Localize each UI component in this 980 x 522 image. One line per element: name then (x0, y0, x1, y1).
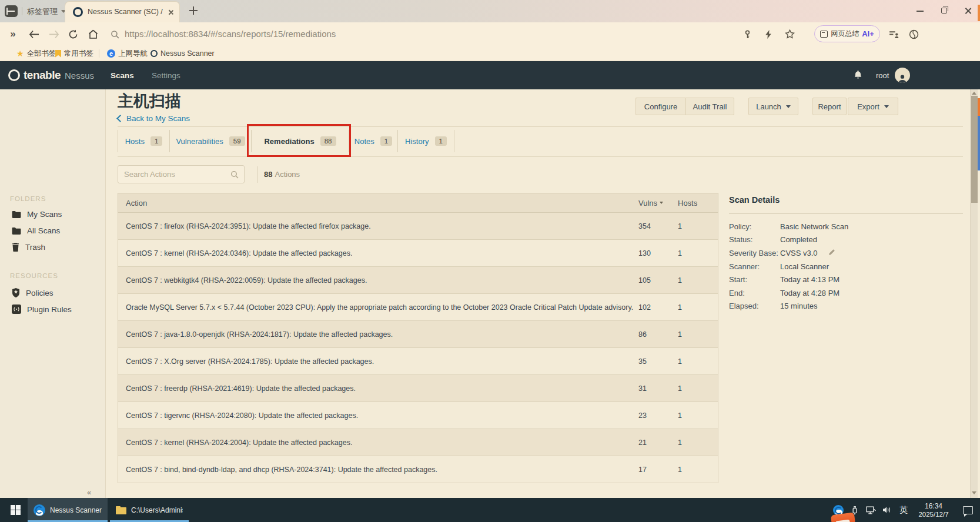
search-actions-box (118, 165, 245, 183)
detail-elapsed: Elapsed:15 minutes (729, 300, 848, 313)
taskbar-item-explorer[interactable]: C:\Users\Adminis... (110, 498, 189, 522)
window-minimize-button[interactable] (909, 0, 931, 22)
volume-icon[interactable] (879, 506, 895, 514)
count-badge: 59 (229, 136, 245, 146)
user-name[interactable]: root (876, 71, 889, 80)
brand-tenable: tenable (24, 69, 61, 82)
sidebar-item-policies[interactable]: Policies (0, 285, 106, 300)
nav-settings[interactable]: Settings (152, 61, 180, 89)
back-icon[interactable] (26, 22, 42, 46)
column-vulns[interactable]: Vulns (638, 199, 678, 208)
search-actions-input[interactable] (118, 166, 230, 183)
sidebar-collapse-icon[interactable]: « (87, 488, 91, 497)
shield-icon-label: Policies (26, 289, 53, 297)
home-icon[interactable] (85, 22, 101, 46)
brand-nessus: Nessus (65, 71, 94, 81)
detail-start: Start:Today at 4:13 PM (729, 273, 848, 286)
browser-tab-bar: 标签管理 Nessus Scanner (SC) / Folde (0, 0, 980, 22)
table-row: CentOS 7 : firefox (RHSA-2024:3951): Upd… (118, 213, 718, 240)
audit-trail-button[interactable]: Audit Trail (685, 98, 734, 115)
count-badge: 1 (380, 136, 392, 146)
reading-list-icon[interactable] (885, 22, 902, 46)
scroll-down-icon[interactable] (972, 491, 976, 494)
back-to-my-scans-link[interactable]: Back to My Scans (118, 114, 190, 123)
nessus-favicon (150, 50, 158, 57)
browser-nav-bar: » https://localhost:8834/#/scans/reports… (0, 22, 980, 46)
page-scrollbar[interactable] (970, 89, 978, 498)
divider (118, 126, 963, 127)
tab-group-icon[interactable] (5, 5, 18, 17)
tab-hosts[interactable]: Hosts1 (118, 130, 170, 152)
report-button[interactable]: Report (812, 98, 847, 115)
page-summary-button[interactable]: 网页总结 AI+ (814, 25, 880, 42)
address-bar[interactable]: https://localhost:8834/#/scans/reports/1… (125, 29, 336, 39)
avatar[interactable] (895, 68, 910, 83)
windows-logo-icon (11, 505, 21, 515)
nav-scans[interactable]: Scans (111, 61, 134, 89)
tab-vulnerabilities[interactable]: Vulnerabilities59 (170, 130, 252, 152)
taskbar-item-nessus[interactable]: Nessus Scanner (... (28, 498, 108, 522)
action-center-icon[interactable] (955, 506, 980, 514)
bookmark-star-icon[interactable] (782, 22, 797, 46)
table-row: CentOS 7 : kernel (RHSA-2024:2004): Upda… (118, 429, 718, 456)
bookmark-nav-site[interactable]: e 上网导航 (107, 46, 148, 61)
forward-icon[interactable] (46, 22, 62, 46)
new-tab-button[interactable] (189, 6, 198, 15)
table-row: CentOS 7 : freerdp (RHSA-2021:4619): Upd… (118, 375, 718, 402)
count-badge: 1 (150, 136, 162, 146)
bookmark-frequent[interactable]: 常用书签 (55, 46, 93, 61)
browser-tab[interactable]: Nessus Scanner (SC) / Folde (65, 1, 180, 22)
start-button[interactable] (5, 498, 26, 522)
detail-status: Status:Completed (729, 233, 848, 247)
edge-indicators (978, 89, 980, 498)
extensions-chevrons-icon[interactable]: » (6, 22, 20, 46)
tab-close-icon[interactable] (168, 9, 173, 15)
sidebar-item-trash[interactable]: Trash (0, 239, 106, 255)
nessus-header: tenable Nessus Scans Settings root (0, 61, 980, 89)
page-body: FOLDERS My Scans All Scans Trash RESOURC… (0, 89, 980, 498)
launch-button[interactable]: Launch (748, 98, 798, 115)
password-key-icon[interactable] (740, 22, 755, 46)
table-row: CentOS 7 : kernel (RHSA-2024:0346): Upda… (118, 240, 718, 267)
lightning-icon[interactable] (761, 22, 776, 46)
ime-indicator[interactable]: 英 (895, 505, 912, 516)
tab-history[interactable]: History1 (398, 130, 454, 152)
search-icon (230, 170, 239, 181)
sidebar-item-plugin-rules[interactable]: Plugin Rules (0, 302, 106, 317)
nessus-favicon (73, 7, 83, 17)
scroll-up-icon[interactable] (972, 92, 976, 95)
chevron-down-icon (884, 105, 889, 108)
bookmark-flag-icon (55, 50, 61, 58)
configure-button[interactable]: Configure (636, 98, 685, 115)
ai-plus-badge: AI+ (862, 29, 874, 38)
theme-toggle-icon[interactable] (905, 22, 922, 46)
reload-icon[interactable] (65, 22, 81, 46)
tab-manager-button[interactable]: 标签管理 (27, 6, 58, 17)
detail-policy: Policy:Basic Network Scan (729, 220, 848, 233)
window-restore-button[interactable] (934, 0, 956, 22)
sidebar-item-my-scans[interactable]: My Scans (0, 206, 106, 222)
window-close-button[interactable] (957, 0, 979, 22)
tab-notes[interactable]: Notes1 (349, 130, 398, 152)
sidebar: FOLDERS My Scans All Scans Trash RESOURC… (0, 89, 106, 498)
bookmark-nessus[interactable]: Nessus Scanner (150, 46, 215, 61)
count-badge: 1 (435, 136, 447, 146)
taskbar-clock[interactable]: 16:34 2025/12/7 (912, 502, 955, 518)
column-hosts[interactable]: Hosts (678, 199, 718, 208)
export-button[interactable]: Export (848, 98, 898, 115)
network-icon[interactable] (862, 506, 879, 514)
column-action: Action (118, 199, 638, 208)
notifications-bell-icon[interactable] (854, 71, 862, 82)
date: 2025/12/7 (912, 510, 955, 518)
tab-title: Nessus Scanner (SC) / Folde (88, 8, 163, 16)
scrollbar-thumb[interactable] (971, 96, 978, 203)
detail-severity-base: Severity Base: CVSS v3.0 (729, 246, 848, 260)
star-icon: ★ (16, 49, 24, 58)
edit-pencil-icon[interactable] (828, 249, 835, 257)
detail-scanner: Scanner:Local Scanner (729, 260, 848, 273)
bookmark-all[interactable]: ★ 全部书签 (16, 46, 56, 61)
sidebar-section-folders: FOLDERS (10, 195, 46, 202)
table-row: CentOS 7 : bind, bind-dyndb-ldap, and dh… (118, 456, 718, 483)
sidebar-item-all-scans[interactable]: All Scans (0, 223, 106, 238)
divider (118, 156, 963, 157)
